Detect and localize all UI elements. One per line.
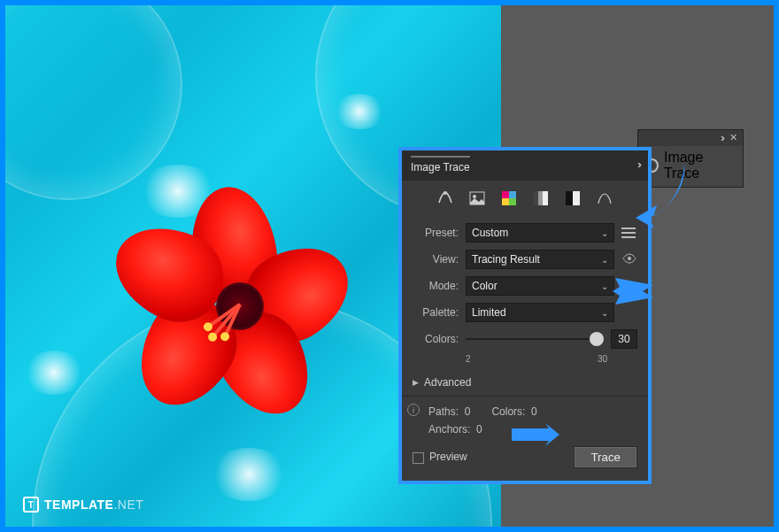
panel-title: Image Trace bbox=[411, 156, 470, 173]
chevron-down-icon: ⌄ bbox=[601, 308, 608, 318]
svg-rect-9 bbox=[534, 191, 538, 205]
image-trace-dock[interactable]: ›› ✕ Image Trace bbox=[637, 129, 744, 188]
colors-label: Colors: bbox=[413, 333, 459, 345]
view-dropdown[interactable]: Tracing Result ⌄ bbox=[466, 250, 614, 269]
svg-rect-5 bbox=[502, 198, 509, 205]
slider-handle[interactable] bbox=[590, 332, 604, 346]
slider-max: 30 bbox=[598, 354, 607, 364]
paths-label: Paths: bbox=[428, 405, 459, 418]
highlight bbox=[23, 351, 85, 395]
svg-rect-11 bbox=[566, 191, 573, 205]
chevron-down-icon: ⌄ bbox=[601, 281, 608, 291]
preset-dropdown[interactable]: Custom ⌄ bbox=[466, 223, 614, 243]
outline-icon[interactable] bbox=[595, 189, 614, 207]
preset-iconbar bbox=[402, 181, 648, 212]
auto-color-icon[interactable] bbox=[436, 189, 455, 207]
trace-stats: i Paths: 0 Colors: 0 Anchors: 0 bbox=[413, 402, 637, 436]
watermark-logo-icon: T bbox=[23, 497, 39, 513]
info-icon: i bbox=[407, 404, 420, 416]
chevron-down-icon: ⌄ bbox=[601, 228, 608, 238]
svg-rect-6 bbox=[509, 198, 516, 205]
separator bbox=[402, 396, 648, 397]
mode-dropdown[interactable]: Color ⌄ bbox=[466, 276, 614, 296]
image-trace-panel: Image Trace ›› Preset: Custom ⌄ View: bbox=[398, 147, 652, 484]
black-white-icon[interactable] bbox=[563, 189, 582, 207]
flower-image[interactable] bbox=[138, 204, 342, 408]
palette-label: Palette: bbox=[413, 306, 459, 319]
palette-dropdown[interactable]: Limited ⌄ bbox=[466, 303, 614, 322]
colors-input[interactable]: 30 bbox=[611, 329, 637, 349]
eye-icon[interactable] bbox=[621, 253, 637, 266]
grayscale-icon[interactable] bbox=[531, 189, 551, 207]
high-color-icon[interactable] bbox=[467, 189, 487, 207]
preview-checkbox[interactable]: Preview bbox=[413, 451, 467, 463]
watermark-brand: TEMPLATE.NET bbox=[44, 497, 143, 512]
mode-value: Color bbox=[472, 280, 497, 292]
app-frame: T TEMPLATE.NET ›› ✕ Image Trace Image Tr… bbox=[5, 5, 774, 527]
panel-titlebar[interactable]: Image Trace ›› bbox=[402, 150, 648, 181]
mode-label: Mode: bbox=[413, 280, 459, 292]
trace-button[interactable]: Trace bbox=[574, 446, 637, 468]
preset-value: Custom bbox=[472, 227, 508, 239]
advanced-toggle[interactable]: ▶ Advanced bbox=[413, 376, 637, 389]
dock-collapse-icon[interactable]: ›› bbox=[721, 132, 722, 144]
advanced-label: Advanced bbox=[424, 376, 471, 389]
panel-collapse-icon[interactable]: ›› bbox=[637, 158, 639, 171]
svg-point-12 bbox=[628, 257, 631, 260]
preset-menu-button[interactable] bbox=[621, 227, 637, 238]
highlight bbox=[333, 94, 386, 129]
preset-label: Preset: bbox=[413, 227, 459, 239]
watermark: T TEMPLATE.NET bbox=[23, 497, 143, 513]
svg-point-0 bbox=[443, 191, 447, 195]
chevron-down-icon: ⌄ bbox=[601, 255, 608, 265]
anchors-value: 0 bbox=[476, 423, 482, 436]
svg-rect-4 bbox=[509, 191, 516, 198]
view-value: Tracing Result bbox=[472, 253, 540, 266]
dock-title[interactable]: Image Trace bbox=[664, 150, 736, 181]
low-color-icon[interactable] bbox=[499, 189, 519, 207]
colors-stat-label: Colors: bbox=[491, 405, 525, 418]
palette-value: Limited bbox=[472, 306, 506, 319]
triangle-right-icon: ▶ bbox=[413, 378, 419, 387]
slider-min: 2 bbox=[466, 354, 471, 364]
paths-value: 0 bbox=[465, 405, 471, 418]
dock-close-icon[interactable]: ✕ bbox=[729, 132, 737, 144]
svg-point-2 bbox=[473, 195, 476, 198]
anchors-label: Anchors: bbox=[428, 423, 470, 436]
colors-stat-value: 0 bbox=[531, 405, 537, 418]
svg-rect-3 bbox=[502, 191, 509, 198]
colors-slider[interactable] bbox=[466, 329, 604, 349]
highlight bbox=[209, 448, 289, 501]
preview-label: Preview bbox=[429, 451, 467, 463]
view-label: View: bbox=[413, 253, 459, 266]
